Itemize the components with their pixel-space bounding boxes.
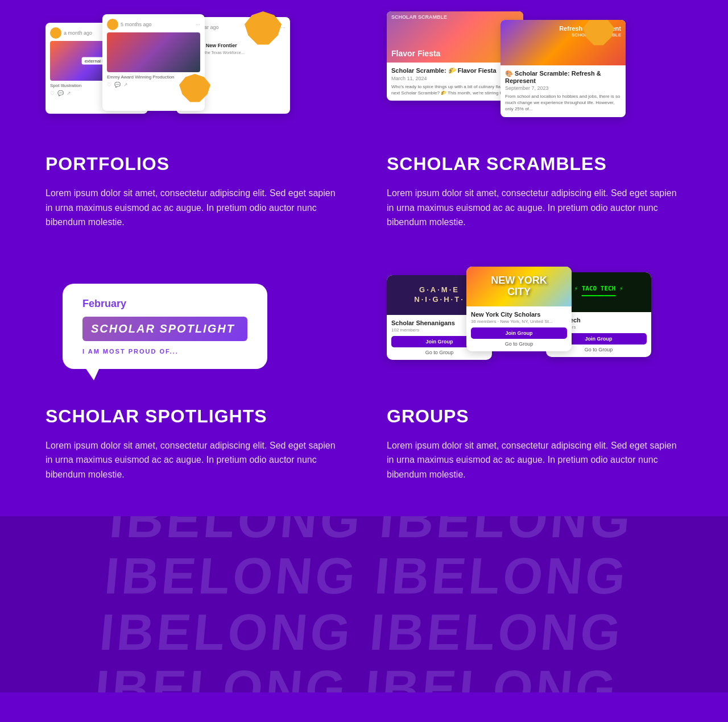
scrambles-preview: Flavor Fiesta SCHOLAR SCRAMBLE Scholar S… [387, 11, 626, 136]
spotlight-month: February [82, 298, 247, 310]
scramble-desc: Who's ready to spice things up with a bi… [391, 84, 519, 96]
scramble-blob [583, 20, 614, 48]
avatar [107, 19, 118, 30]
scrambles-title: SCHOLAR SCRAMBLES [387, 153, 682, 175]
footer-watermark: IBELONG IBELONG IBELONG IBELONG IBELONG … [0, 516, 728, 692]
spotlight-preview: February SCHOLAR SPOTLIGHT I AM MOST PRO… [46, 264, 284, 389]
scrambles-desc: Lorem ipsum dolor sit amet, consectetur … [387, 186, 682, 230]
scramble-img-text: Flavor Fiesta [391, 49, 440, 58]
spotlight-subtitle: I AM MOST PROUD OF... [82, 348, 247, 355]
portfolios-section: a month ago ··· external link Spot Illus… [46, 11, 341, 230]
spotlight-section: February SCHOLAR SPOTLIGHT I AM MOST PRO… [46, 264, 341, 482]
scramble-image-2: Refresh & Represent SCHOLAR SCRAMBLE [500, 20, 626, 65]
group-img-taco-text: ⚡ TACO TECH ⚡━━━━━━━━━ [574, 285, 623, 300]
features-grid: a month ago ··· external link Spot Illus… [46, 11, 682, 482]
group-meta-2: 36 members · New York, NY, United St... [471, 319, 567, 324]
spotlight-title-box: SCHOLAR SPOTLIGHT [82, 317, 247, 341]
scramble-card-secondary: Refresh & Represent SCHOLAR SCRAMBLE 🎨 S… [500, 20, 626, 117]
scramble-desc-2: From school and location to hobbies and … [505, 93, 621, 113]
groups-title: GROUPS [387, 406, 682, 427]
group-name-2: New York City Scholars [471, 311, 567, 318]
scramble-title-2: 🎨 Scholar Scramble: Refresh & Represent [505, 70, 621, 84]
watermark-text: IBELONG IBELONG IBELONG IBELONG IBELONG … [0, 516, 728, 692]
avatar [50, 27, 61, 39]
card-time: a month ago [64, 30, 92, 36]
main-content: a month ago ··· external link Spot Illus… [0, 0, 728, 516]
portfolios-title: PORTFOLIOS [46, 153, 341, 175]
card-time: 5 months ago [121, 22, 152, 27]
group-img-nyc: NEW YORKCITY [466, 267, 572, 306]
scramble-title: Scholar Scramble: 🌮 Flavor Fiesta [391, 67, 519, 74]
spotlight-card-title: SCHOLAR SPOTLIGHT [91, 322, 239, 335]
groups-preview: G·A·M·EN·I·G·H·T· Scholar Shenanigans 10… [387, 264, 626, 389]
group-go-btn-2[interactable]: Go to Group [471, 341, 567, 347]
group-join-btn-2[interactable]: Join Group [471, 327, 567, 339]
scrambles-section: Flavor Fiesta SCHOLAR SCRAMBLE Scholar S… [387, 11, 682, 230]
group-card-2: NEW YORKCITY New York City Scholars 36 m… [466, 267, 572, 351]
groups-desc: Lorem ipsum dolor sit amet, consectetur … [387, 438, 682, 482]
group-body-2: New York City Scholars 36 members · New … [466, 306, 572, 351]
groups-section: G·A·M·EN·I·G·H·T· Scholar Shenanigans 10… [387, 264, 682, 482]
scramble-date-2: September 7, 2023 [505, 85, 621, 91]
spotlight-title: SCHOLAR SPOTLIGHTS [46, 406, 341, 427]
scramble-body-2: 🎨 Scholar Scramble: Refresh & Represent … [500, 65, 626, 117]
scramble-date: March 11, 2024 [391, 76, 519, 81]
spotlight-bubble: February SCHOLAR SPOTLIGHT I AM MOST PRO… [63, 284, 267, 369]
spotlight-desc: Lorem ipsum dolor sit amet, consectetur … [46, 438, 341, 482]
portfolio-card-2: 5 months ago ··· Emmy Award Winning Prod… [102, 14, 205, 111]
group-img-nyc-text: NEW YORKCITY [491, 275, 547, 298]
portfolios-desc: Lorem ipsum dolor sit amet, consectetur … [46, 186, 341, 230]
portfolios-preview: a month ago ··· external link Spot Illus… [46, 11, 284, 136]
